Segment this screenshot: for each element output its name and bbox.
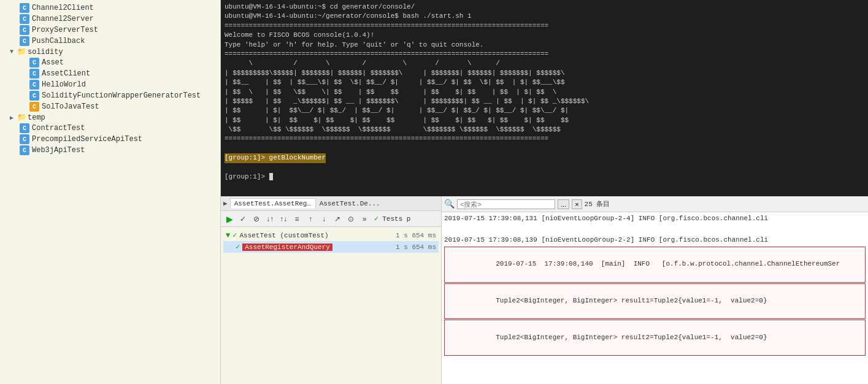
export-button[interactable]: ↗ xyxy=(331,213,344,225)
tree-label: PrecompiledServiceApiTest xyxy=(32,135,142,144)
log-count: 25 条目 xyxy=(585,199,610,209)
tree-item-contracttest[interactable]: C ContractTest xyxy=(0,123,220,134)
log-highlighted-text-3: Tuple2<BigInteger, BigInteger> result2=T… xyxy=(496,334,767,341)
terminal-prompt: [group:1]> xyxy=(225,173,269,180)
tree-label: ProxyServerTest xyxy=(32,26,98,34)
log-search-btn[interactable]: ... xyxy=(558,199,569,209)
run-tab-label: AssetTest.AssetRegisterAndQuery xyxy=(234,200,316,207)
tree-item-helloworld[interactable]: C HelloWorld xyxy=(0,79,220,90)
log-line-spacer xyxy=(444,225,866,236)
log-panel: 🔍 ... × 25 条目 2019-07-15 17:39:08,131 [n… xyxy=(442,196,868,384)
log-line-2: 2019-07-15 17:39:08,139 [nioEventLoopGro… xyxy=(444,235,866,246)
tree-label: solidity xyxy=(28,48,63,56)
more-button[interactable]: » xyxy=(358,213,371,225)
c-icon: C xyxy=(20,123,29,133)
expand-arrow-icon: ▶ xyxy=(10,114,17,121)
suite-pass-icon: ✓ xyxy=(232,231,237,240)
tree-item-soltojava[interactable]: C SolToJavaTest xyxy=(0,101,220,112)
tests-status: ✓ Tests p xyxy=(374,214,410,223)
expand-arrow-icon: ▼ xyxy=(10,48,17,55)
suite-label: AssetTest (customTest) xyxy=(239,232,328,239)
tree-label: HelloWorld xyxy=(42,80,86,89)
align-button[interactable]: ≡ xyxy=(291,213,303,225)
sort-up-button[interactable]: ↑↓ xyxy=(277,213,290,225)
log-highlighted-text-1: 2019-07-15 17:39:08,140 [main] INFO [o.f… xyxy=(496,260,840,267)
terminal-command: [group:1]> getBlockNumber xyxy=(225,153,326,163)
c-icon: C xyxy=(20,134,29,144)
run-button[interactable]: ▶ xyxy=(223,213,236,225)
tests-label: Tests p xyxy=(382,215,410,223)
folder-icon: 📁 xyxy=(17,47,26,56)
log-search-bar: 🔍 ... × 25 条目 xyxy=(442,196,868,212)
test-case-1[interactable]: ✓ AssetRegisterAndQuery 1 s 654 ms xyxy=(223,241,439,253)
tree-item-pushcallback[interactable]: C PushCallback xyxy=(0,36,220,47)
terminal-cursor xyxy=(269,173,274,180)
log-close-btn[interactable]: × xyxy=(572,199,582,209)
test-suite: ▼ ✓ AssetTest (customTest) 1 s 654 ms xyxy=(223,229,439,241)
folder-icon: 📁 xyxy=(17,113,26,122)
case-check-icon: ✓ xyxy=(236,242,240,252)
c-icon: C xyxy=(20,14,29,24)
run-results: ▼ ✓ AssetTest (customTest) 1 s 654 ms ✓ … xyxy=(221,227,441,384)
tree-item-precompiled[interactable]: C PrecompiledServiceApiTest xyxy=(0,134,220,145)
c-icon: C xyxy=(29,91,39,101)
c-icon: C xyxy=(20,36,29,46)
run-tab-2[interactable]: AssetTest.De... xyxy=(316,199,384,209)
tree-item-channel2client[interactable]: C Channel2Client xyxy=(0,2,220,13)
run-tab-1[interactable]: AssetTest.AssetRegisterAndQuery × xyxy=(230,198,316,209)
tree-item-proxyservertest[interactable]: C ProxyServerTest xyxy=(0,25,220,36)
c-icon: C xyxy=(20,3,29,13)
suite-time: 1 s 654 ms xyxy=(396,232,436,239)
run-label: ▶ xyxy=(223,199,228,207)
run-panel: ▶ AssetTest.AssetRegisterAndQuery × Asse… xyxy=(221,196,442,384)
run-toolbar: ▶ ✓ ⊘ ↓↑ ↑↓ ≡ ↑ ↓ ↗ ⊙ » ✓ Tests p xyxy=(221,211,441,227)
main-container: C Channel2Client C Channel2Server C Prox… xyxy=(0,0,868,384)
log-line-highlighted-2: Tuple2<BigInteger, BigInteger> result1=T… xyxy=(444,283,866,320)
up-button[interactable]: ↑ xyxy=(304,213,317,225)
tree-label: SolidityFunctionWrapperGeneratorTest xyxy=(42,91,201,100)
sort-down-button[interactable]: ↓↑ xyxy=(264,213,276,225)
tree-label: AssetClient xyxy=(42,69,90,78)
tree-item-solidity-folder[interactable]: ▼ 📁 solidity xyxy=(0,47,220,57)
bottom-section: ▶ AssetTest.AssetRegisterAndQuery × Asse… xyxy=(221,196,868,384)
tree-label: Channel2Client xyxy=(32,4,94,12)
run-tab-label: AssetTest.De... xyxy=(320,200,380,207)
run-tabs: ▶ AssetTest.AssetRegisterAndQuery × Asse… xyxy=(221,196,441,211)
log-search-input[interactable] xyxy=(457,199,555,209)
tree-item-temp-folder[interactable]: ▶ 📁 temp xyxy=(0,112,220,123)
tree-label: ContractTest xyxy=(32,124,85,132)
test-name-box: AssetRegisterAndQuery xyxy=(242,244,332,251)
tree-label: Asset xyxy=(42,58,64,67)
tree-item-asset[interactable]: C Asset xyxy=(0,57,220,68)
stop-button[interactable]: ⊘ xyxy=(250,213,263,225)
c-icon: C xyxy=(29,58,39,67)
case-time: 1 s 654 ms xyxy=(396,244,436,251)
c-icon: C xyxy=(20,145,29,155)
check-button[interactable]: ✓ xyxy=(237,213,249,225)
tree-label: SolToJavaTest xyxy=(42,102,99,111)
tree-item-channel2server[interactable]: C Channel2Server xyxy=(0,13,220,25)
tree-label: Channel2Server xyxy=(32,15,94,23)
log-line-highlighted-3: Tuple2<BigInteger, BigInteger> result2=T… xyxy=(444,320,866,356)
tree-item-solidityfw[interactable]: C SolidityFunctionWrapperGeneratorTest xyxy=(0,90,220,101)
settings-button[interactable]: ⊙ xyxy=(345,213,357,225)
log-line-1: 2019-07-15 17:39:08,131 [nioEventLoopGro… xyxy=(444,213,866,225)
c-icon: C xyxy=(29,69,39,79)
left-panel: C Channel2Client C Channel2Server C Prox… xyxy=(0,0,221,384)
right-panel: ubuntu@VM-16-14-ubuntu:~$ cd generator/c… xyxy=(221,0,868,384)
down-button[interactable]: ↓ xyxy=(318,213,330,225)
tree-item-web3j[interactable]: C Web3jApiTest xyxy=(0,145,220,156)
tree-label: PushCallback xyxy=(32,37,85,45)
check-icon: ✓ xyxy=(374,214,378,223)
log-highlighted-text-2: Tuple2<BigInteger, BigInteger> result1=T… xyxy=(496,297,767,304)
tree-label: Web3jApiTest xyxy=(32,146,85,155)
suite-check-icon: ▼ xyxy=(226,231,230,240)
c-icon: C xyxy=(29,80,39,90)
tree-label: temp xyxy=(28,113,45,122)
log-content: 2019-07-15 17:39:08,131 [nioEventLoopGro… xyxy=(442,212,868,384)
terminal-panel[interactable]: ubuntu@VM-16-14-ubuntu:~$ cd generator/c… xyxy=(221,0,868,196)
search-icon: 🔍 xyxy=(444,199,455,209)
c-icon: C xyxy=(20,25,29,35)
c-icon: C xyxy=(29,102,39,112)
tree-item-assetclient[interactable]: C AssetClient xyxy=(0,68,220,79)
